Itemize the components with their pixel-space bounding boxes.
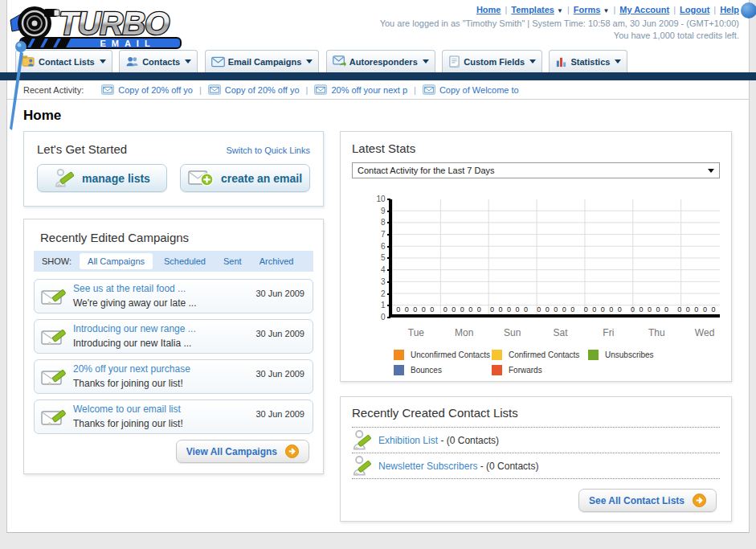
person-pencil-icon: [54, 168, 75, 188]
view-all-campaigns-button[interactable]: View All Campaigns: [176, 440, 309, 463]
legend-unsubscribes: Unsubscribes: [588, 350, 720, 360]
contact-list-row[interactable]: Exhibition List - (0 Contacts): [352, 428, 720, 453]
corner-pin-icon: [741, 2, 756, 18]
page-card: EMAIL TURBO Home|Templates ▼|Forms ▼|My …: [6, 0, 750, 533]
logo-turbo-text: TURBO: [59, 6, 170, 41]
create-email-button[interactable]: create an email: [180, 164, 310, 192]
tab-statistics[interactable]: Statistics: [549, 50, 627, 72]
main-nav: Contact Lists Contacts Email Campaigns A…: [7, 50, 749, 72]
get-started-title: Let's Get Started: [37, 142, 127, 156]
campaign-row[interactable]: Introducing our new range ...Introducing…: [34, 319, 313, 354]
campaign-row[interactable]: See us at the retail food ...We're givin…: [34, 279, 313, 313]
nav-divider-bar: [0, 72, 756, 80]
see-all-contact-lists-button[interactable]: See All Contact Lists: [578, 489, 717, 512]
switch-quick-links[interactable]: Switch to Quick Links: [226, 145, 310, 155]
header: EMAIL TURBO Home|Templates ▼|Forms ▼|My …: [7, 0, 749, 50]
campaigns-filter-bar: SHOW: All Campaigns Scheduled Sent Archi…: [34, 251, 313, 272]
chart-x-axis: TueMonSunSatFriThuWed: [392, 327, 729, 338]
campaign-row[interactable]: 20% off your next purchaseThanks for joi…: [34, 359, 313, 394]
tab-custom-fields[interactable]: Custom Fields: [442, 50, 542, 72]
turbo-email-logo: EMAIL TURBO: [9, 2, 202, 52]
forms-dropdown-icon: ▼: [603, 7, 609, 14]
contact-list-row[interactable]: Newsletter Subscribers - (0 Contacts): [352, 453, 720, 479]
filter-archived[interactable]: Archived: [259, 256, 294, 266]
recent-activity-item[interactable]: 20% off your next p: [314, 84, 407, 95]
templates-dropdown-icon: ▼: [557, 7, 563, 14]
link-home[interactable]: Home: [476, 5, 501, 14]
chart-legend: Unconfirmed Contacts Confirmed Contacts …: [394, 350, 720, 375]
filter-sent[interactable]: Sent: [223, 256, 242, 266]
link-help[interactable]: Help: [720, 5, 739, 14]
chart-value-labels: 0 0 0 0 00 0 0 0 00 0 0 0 00 0 0 0 00 0 …: [392, 305, 720, 313]
arrow-right-icon: [285, 445, 299, 458]
envelope-pencil-icon: [41, 367, 67, 387]
legend-unconfirmed: Unconfirmed Contacts: [394, 350, 492, 360]
page-title: Home: [23, 108, 749, 124]
envelope-pencil-icon: [41, 407, 67, 428]
envelope-pencil-icon: [41, 286, 67, 307]
chart-plot-area: 0 0 0 0 00 0 0 0 00 0 0 0 00 0 0 0 00 0 …: [389, 199, 720, 318]
map-pin-decoration: [10, 40, 34, 136]
login-info: You are logged in as "Timothy Smith" | S…: [380, 18, 739, 28]
recent-activity-item[interactable]: Copy of 20% off yo: [101, 84, 193, 95]
arrow-right-icon: [693, 494, 706, 507]
link-forms[interactable]: Forms: [574, 5, 601, 14]
stats-title: Latest Stats: [352, 141, 720, 155]
chart-y-axis: 109876543210: [371, 195, 389, 322]
link-my-account[interactable]: My Account: [619, 5, 669, 14]
legend-confirmed: Confirmed Contacts: [492, 350, 588, 360]
legend-forwards: Forwards: [492, 365, 588, 375]
manage-lists-button[interactable]: manage lists: [37, 164, 167, 192]
recent-activity-bar: Recent Activity: Copy of 20% off yo| Cop…: [7, 80, 749, 100]
get-started-panel: Let's Get Started Switch to Quick Links …: [23, 131, 324, 207]
link-templates[interactable]: Templates: [511, 5, 554, 14]
header-links: Home|Templates ▼|Forms ▼|My Account|Logo…: [380, 5, 739, 14]
recent-activity-item[interactable]: Copy of 20% off yo: [208, 84, 300, 95]
contact-lists-title: Recently Created Contact Lists: [352, 406, 720, 428]
credits-info: You have 1,000 total credits left.: [380, 31, 739, 40]
envelope-pencil-icon: [41, 326, 67, 347]
legend-bounces: Bounces: [394, 365, 492, 375]
activity-chart: 109876543210 0 0 0 0 00 0 0 0 00 0 0 0 0…: [352, 199, 720, 375]
tab-autoresponders[interactable]: Autoresponders: [326, 50, 435, 72]
campaign-row[interactable]: Welcome to our email listThanks for join…: [34, 399, 313, 434]
link-logout[interactable]: Logout: [680, 5, 709, 14]
latest-stats-panel: Latest Stats Contact Activity for the La…: [340, 131, 732, 382]
tab-contacts[interactable]: Contacts: [119, 50, 198, 72]
stats-period-select[interactable]: Contact Activity for the Last 7 Days: [352, 162, 720, 178]
recent-activity-item[interactable]: Copy of Welcome to: [423, 84, 519, 95]
tab-email-campaigns[interactable]: Email Campaigns: [205, 50, 320, 72]
recent-campaigns-panel: Recently Edited Campaigns SHOW: All Camp…: [23, 219, 324, 474]
person-pencil-icon: [352, 429, 371, 451]
filter-all-campaigns[interactable]: All Campaigns: [80, 253, 153, 269]
person-pencil-icon: [352, 455, 371, 477]
show-label: SHOW:: [42, 256, 72, 266]
filter-scheduled[interactable]: Scheduled: [164, 256, 206, 266]
envelope-plus-icon: [188, 169, 214, 187]
select-arrow-icon: [708, 169, 714, 173]
recent-contact-lists-panel: Recently Created Contact Lists Exhibitio…: [340, 396, 732, 522]
campaigns-title: Recently Edited Campaigns: [40, 231, 313, 244]
